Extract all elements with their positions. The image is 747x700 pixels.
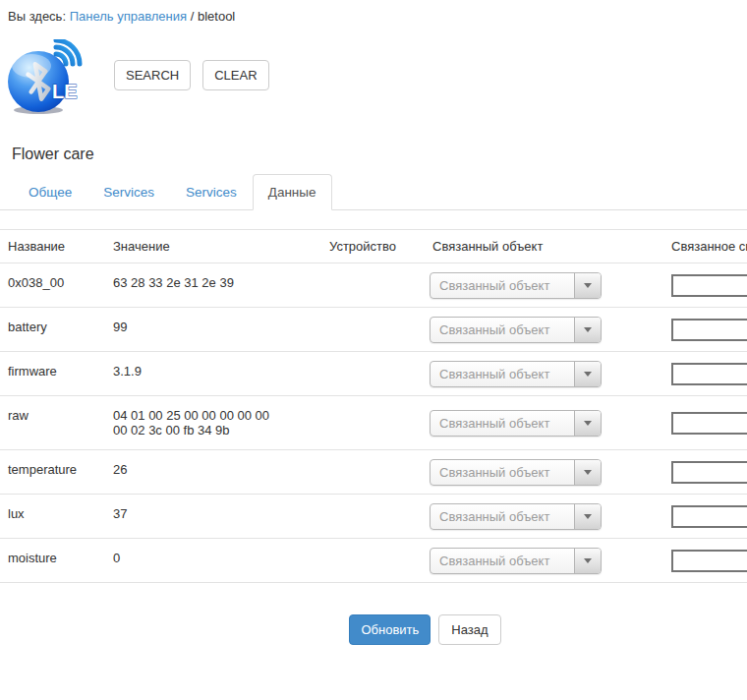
logo-le-label: LE: [52, 81, 78, 102]
row-device: [321, 308, 425, 352]
row-device: [321, 539, 425, 583]
table-row: 0x038_00 63 28 33 2e 31 2e 39 Связанный …: [0, 263, 747, 308]
search-button[interactable]: SEARCH: [114, 60, 191, 90]
row-name: battery: [0, 308, 105, 352]
tab-services-1[interactable]: Services: [87, 174, 170, 210]
row-value: 37: [105, 495, 321, 539]
related-object-dropdown[interactable]: Связанный объект: [430, 503, 602, 530]
related-property-input[interactable]: [671, 412, 747, 435]
row-device: [321, 450, 425, 495]
data-table: Название Значение Устройство Связанный о…: [0, 229, 747, 583]
breadcrumb-current: bletool: [198, 9, 235, 24]
row-value: 04 01 00 25 00 00 00 00 00 00 02 3c 00 f…: [105, 396, 321, 450]
table-row: battery 99 Связанный объект: [0, 308, 747, 352]
related-property-input[interactable]: [671, 363, 747, 385]
table-row: firmware 3.1.9 Связанный объект: [0, 352, 747, 396]
tab-general[interactable]: Общее: [13, 174, 87, 210]
table-header-row: Название Значение Устройство Связанный о…: [0, 230, 747, 263]
header-related-object: Связанный объект: [425, 230, 663, 263]
related-property-input[interactable]: [671, 550, 747, 572]
related-property-input[interactable]: [671, 319, 747, 341]
chevron-down-icon[interactable]: [574, 273, 601, 298]
row-name: raw: [0, 396, 105, 450]
tab-services-2[interactable]: Services: [170, 174, 253, 210]
breadcrumb: Вы здесь: Панель управления / bletool: [0, 0, 747, 24]
related-object-dropdown[interactable]: Связанный объект: [430, 361, 602, 387]
row-value: 26: [105, 450, 321, 495]
toolbar: LE SEARCH CLEAR: [6, 39, 747, 116]
related-object-dropdown[interactable]: Связанный объект: [430, 410, 602, 437]
row-device: [321, 352, 425, 396]
row-name: 0x038_00: [0, 263, 105, 308]
toolbar-buttons: SEARCH CLEAR: [114, 60, 269, 90]
related-property-input[interactable]: [671, 461, 747, 484]
related-object-dropdown-placeholder: Связанный объект: [431, 273, 574, 298]
related-property-input[interactable]: [671, 274, 747, 297]
row-name: moisture: [0, 539, 105, 583]
chevron-down-icon[interactable]: [574, 460, 601, 485]
table-row: raw 04 01 00 25 00 00 00 00 00 00 02 3c …: [0, 396, 747, 450]
chevron-down-icon[interactable]: [574, 318, 601, 342]
row-device: [321, 263, 425, 308]
page: Вы здесь: Панель управления / bletool: [0, 0, 747, 700]
chevron-down-icon[interactable]: [574, 549, 601, 573]
breadcrumb-separator: /: [191, 9, 195, 24]
back-button[interactable]: Назад: [438, 614, 500, 645]
row-name: temperature: [0, 450, 105, 495]
clear-button[interactable]: CLEAR: [202, 60, 268, 90]
content-container: Вы здесь: Панель управления / bletool: [0, 0, 747, 645]
related-object-dropdown-placeholder: Связанный объект: [431, 460, 574, 485]
related-object-dropdown[interactable]: Связанный объект: [430, 459, 602, 486]
table-row: moisture 0 Связанный объект: [0, 539, 747, 583]
header-value: Значение: [105, 230, 321, 263]
table-row: lux 37 Связанный объект: [0, 495, 747, 539]
row-value: 99: [105, 308, 321, 352]
row-device: [321, 495, 425, 539]
chevron-down-icon[interactable]: [574, 411, 601, 436]
breadcrumb-link-control-panel[interactable]: Панель управления: [70, 9, 187, 24]
row-name: firmware: [0, 352, 105, 396]
row-device: [321, 396, 425, 450]
breadcrumb-prefix: Вы здесь:: [8, 9, 66, 24]
related-object-dropdown-placeholder: Связанный объект: [431, 549, 574, 573]
chevron-down-icon[interactable]: [574, 504, 601, 529]
header-device: Устройство: [321, 230, 425, 263]
related-object-dropdown-placeholder: Связанный объект: [431, 362, 574, 386]
row-value: 63 28 33 2e 31 2e 39: [105, 263, 321, 308]
related-object-dropdown-placeholder: Связанный объект: [431, 504, 574, 529]
form-actions: Обновить Назад: [0, 614, 747, 645]
row-value: 0: [105, 539, 321, 583]
related-property-input[interactable]: [671, 505, 747, 528]
bluetooth-le-icon: LE: [6, 39, 96, 116]
related-object-dropdown[interactable]: Связанный объект: [430, 272, 602, 299]
row-value: 3.1.9: [105, 352, 321, 396]
related-object-dropdown-placeholder: Связанный объект: [431, 318, 574, 342]
table-row: temperature 26 Связанный объект: [0, 450, 747, 495]
related-object-dropdown[interactable]: Связанный объект: [430, 548, 602, 574]
tab-data[interactable]: Данные: [253, 174, 332, 210]
chevron-down-icon[interactable]: [574, 362, 601, 386]
related-object-dropdown[interactable]: Связанный объект: [430, 317, 602, 343]
header-related-property: Связанное свойство: [663, 230, 747, 263]
page-title: Flower care: [12, 146, 747, 163]
row-name: lux: [0, 495, 105, 539]
related-object-dropdown-placeholder: Связанный объект: [431, 411, 574, 436]
tab-bar: Общее Services Services Данные: [0, 174, 747, 210]
update-button[interactable]: Обновить: [349, 614, 431, 645]
header-name: Название: [0, 230, 105, 263]
